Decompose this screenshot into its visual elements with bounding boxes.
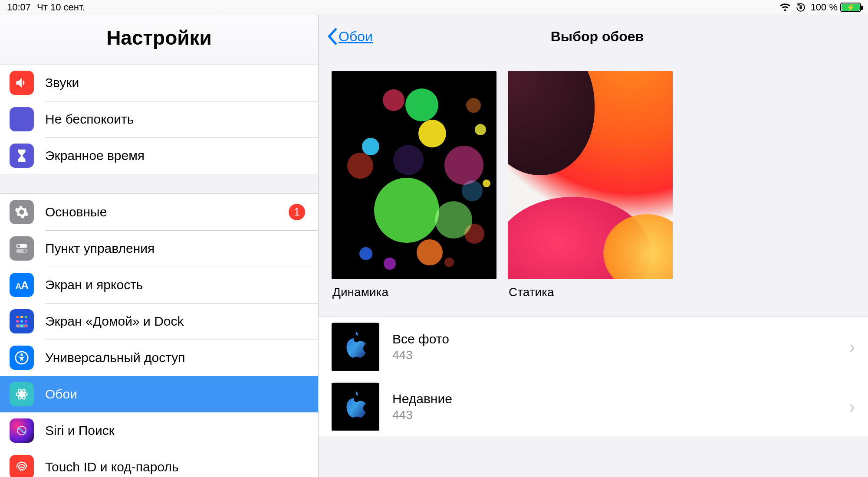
sidebar-item-label: Экран «Домой» и Dock (45, 314, 309, 329)
sidebar-item-label: Обои (45, 387, 309, 402)
svg-rect-13 (17, 325, 19, 327)
status-date: Чт 10 сент. (37, 2, 85, 13)
notification-badge: 1 (289, 204, 305, 220)
dynamic-thumbnail (332, 71, 496, 279)
svg-point-3 (23, 249, 26, 252)
sidebar-item-accessibility[interactable]: Универсальный доступ (0, 340, 318, 376)
svg-rect-14 (20, 325, 23, 327)
wallpaper-tile-stills[interactable]: Статика (508, 71, 673, 299)
svg-text:A: A (21, 279, 29, 291)
svg-point-2 (17, 245, 20, 248)
svg-rect-6 (16, 316, 19, 318)
svg-rect-9 (16, 320, 19, 323)
hourglass-icon (10, 144, 34, 168)
svg-point-17 (20, 353, 23, 356)
tile-caption: Статика (508, 279, 673, 299)
fingerprint-icon (10, 455, 34, 477)
sidebar-item-control-center[interactable]: Пункт управления (0, 230, 318, 267)
status-bar: 10:07 Чт 10 сент. 100 % ⚡ (0, 0, 868, 15)
siri-icon (10, 418, 34, 443)
album-thumbnail (332, 383, 379, 431)
apple-event-logo-icon (341, 390, 370, 423)
sidebar-item-label: Экран и яркость (45, 278, 309, 292)
sidebar-item-label: Звуки (45, 75, 309, 90)
content-pane: Обои Выбор обоев Динамика (319, 0, 868, 477)
svg-text:A: A (16, 281, 21, 291)
sidebar-item-label: Основные (45, 205, 289, 219)
sidebar-item-home-dock[interactable]: Экран «Домой» и Dock (0, 303, 318, 340)
apple-event-logo-icon (341, 330, 370, 363)
page-title: Выбор обоев (543, 29, 644, 45)
moon-icon (10, 107, 34, 131)
svg-rect-7 (20, 316, 23, 318)
svg-rect-15 (24, 325, 26, 327)
sidebar-item-dnd[interactable]: Не беспокоить (0, 101, 318, 137)
sidebar-item-display[interactable]: AA Экран и яркость (0, 267, 318, 303)
sidebar-item-label: Пункт управления (45, 241, 309, 256)
album-name: Недавние (392, 392, 849, 406)
svg-rect-8 (25, 316, 27, 318)
stills-thumbnail (508, 71, 673, 279)
sidebar-item-sounds[interactable]: Звуки (0, 65, 318, 101)
status-time: 10:07 (7, 2, 31, 13)
svg-rect-23 (799, 7, 802, 9)
sidebar-item-label: Универсальный доступ (45, 350, 309, 365)
chevron-left-icon (326, 28, 338, 45)
sidebar-item-label: Не беспокоить (45, 112, 309, 127)
back-label: Обои (339, 29, 373, 45)
content-header: Обои Выбор обоев (319, 15, 868, 58)
sidebar-item-label: Touch ID и код-пароль (45, 460, 309, 474)
wifi-icon (779, 2, 791, 13)
sidebar-item-label: Экранное время (45, 148, 309, 163)
album-count: 443 (392, 348, 849, 362)
charging-bolt-icon: ⚡ (846, 3, 855, 12)
toggles-icon (10, 236, 34, 261)
album-row-recents[interactable]: Недавние 443 › (319, 377, 868, 437)
album-name: Все фото (392, 332, 849, 346)
back-button[interactable]: Обои (326, 28, 373, 45)
sidebar-item-general[interactable]: Основные 1 (0, 194, 318, 230)
album-row-all-photos[interactable]: Все фото 443 › (319, 317, 868, 377)
battery-indicator: 100 % ⚡ (811, 2, 861, 13)
album-thumbnail (332, 323, 379, 371)
accessibility-icon (10, 346, 34, 370)
sidebar-scroll[interactable]: Звуки Не беспокоить Экранное время (0, 65, 318, 477)
section-divider (0, 174, 318, 194)
sounds-icon (10, 71, 34, 95)
svg-rect-10 (20, 320, 23, 323)
home-grid-icon (10, 309, 34, 333)
text-size-icon: AA (10, 273, 34, 297)
sidebar-title: Настройки (0, 15, 318, 65)
chevron-right-icon: › (849, 337, 855, 357)
sidebar-item-label: Siri и Поиск (45, 423, 309, 438)
gear-icon (10, 200, 34, 224)
settings-sidebar: Настройки Звуки Не беспокоить (0, 0, 319, 477)
sidebar-item-screentime[interactable]: Экранное время (0, 137, 318, 174)
chevron-right-icon: › (849, 397, 855, 417)
sidebar-item-siri[interactable]: Siri и Поиск (0, 412, 318, 449)
album-count: 443 (392, 408, 849, 422)
svg-rect-11 (25, 320, 27, 323)
sidebar-item-touchid[interactable]: Touch ID и код-пароль (0, 449, 318, 477)
tile-caption: Динамика (332, 279, 496, 299)
sidebar-item-wallpaper[interactable]: Обои (0, 376, 318, 412)
wallpaper-tile-dynamic[interactable]: Динамика (332, 71, 496, 299)
battery-percent: 100 % (811, 2, 838, 13)
wallpaper-icon (10, 382, 34, 406)
rotation-lock-icon (795, 2, 806, 13)
